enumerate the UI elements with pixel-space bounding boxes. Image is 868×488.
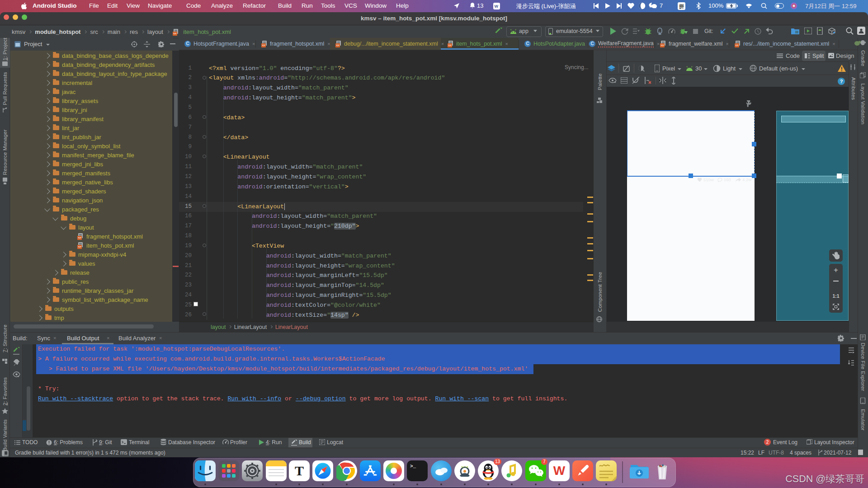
svg-text:?: ?	[840, 79, 843, 84]
